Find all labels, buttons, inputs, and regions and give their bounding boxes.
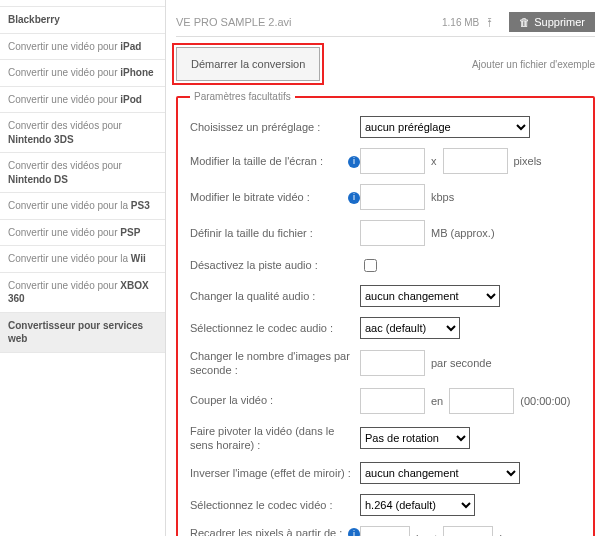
sidebar-item-wii[interactable]: Convertir une vidéo pour la Wii bbox=[0, 245, 165, 272]
sidebar-item-ipod[interactable]: Convertir une vidéo pour iPod bbox=[0, 86, 165, 113]
sidebar-item-3ds[interactable]: Convertir des vidéos pour Nintendo 3DS bbox=[0, 112, 165, 152]
sidebar-item-ipad[interactable]: Convertir une vidéo pour iPad bbox=[0, 33, 165, 60]
file-row: VE PRO SAMPLE 2.avi 1.16 MB⭱ 🗑Supprimer bbox=[176, 8, 595, 37]
filesize-input[interactable] bbox=[360, 220, 425, 246]
main-panel: VE PRO SAMPLE 2.avi 1.16 MB⭱ 🗑Supprimer … bbox=[166, 0, 605, 536]
sidebar-item-blackberry[interactable]: Blackberry bbox=[0, 6, 165, 33]
preset-select[interactable]: aucun préréglage bbox=[360, 116, 530, 138]
legend: Paramètres facultatifs bbox=[190, 91, 295, 102]
sidebar-item-web[interactable]: Convertisseur pour services web bbox=[0, 312, 165, 353]
info-icon[interactable]: i bbox=[348, 156, 360, 168]
width-input[interactable] bbox=[360, 148, 425, 174]
crop-top-input[interactable] bbox=[360, 526, 410, 536]
disable-audio-checkbox[interactable] bbox=[364, 259, 377, 272]
cut-start-input[interactable] bbox=[360, 388, 425, 414]
audio-quality-select[interactable]: aucun changement bbox=[360, 285, 500, 307]
sidebar-item-ps3[interactable]: Convertir une vidéo pour la PS3 bbox=[0, 192, 165, 219]
start-conversion-button[interactable]: Démarrer la conversion bbox=[176, 47, 320, 81]
audio-codec-select[interactable]: aac (default) bbox=[360, 317, 460, 339]
trash-icon: 🗑 bbox=[519, 16, 530, 28]
bitrate-input[interactable] bbox=[360, 184, 425, 210]
file-size: 1.16 MB⭱ bbox=[442, 17, 495, 28]
mirror-select[interactable]: aucun changement bbox=[360, 462, 520, 484]
crop-bottom-input[interactable] bbox=[443, 526, 493, 536]
rotate-select[interactable]: Pas de rotation bbox=[360, 427, 470, 449]
video-codec-select[interactable]: h.264 (default) bbox=[360, 494, 475, 516]
sidebar-item-iphone[interactable]: Convertir une vidéo pour iPhone bbox=[0, 59, 165, 86]
sidebar-item-xbox[interactable]: Convertir une vidéo pour XBOX 360 bbox=[0, 272, 165, 312]
info-icon[interactable]: i bbox=[348, 192, 360, 204]
fps-input[interactable] bbox=[360, 350, 425, 376]
sidebar: Blackberry Convertir une vidéo pour iPad… bbox=[0, 0, 166, 536]
file-name: VE PRO SAMPLE 2.avi bbox=[176, 16, 292, 28]
sidebar-item-ds[interactable]: Convertir des vidéos pour Nintendo DS bbox=[0, 152, 165, 192]
upload-icon: ⭱ bbox=[485, 17, 495, 28]
add-sample-link[interactable]: Ajouter un fichier d'exemple bbox=[472, 59, 595, 70]
cut-end-input[interactable] bbox=[449, 388, 514, 414]
optional-settings: Paramètres facultatifs Choisissez un pré… bbox=[176, 91, 595, 536]
delete-button[interactable]: 🗑Supprimer bbox=[509, 12, 595, 32]
sidebar-item-psp[interactable]: Convertir une vidéo pour PSP bbox=[0, 219, 165, 246]
info-icon[interactable]: i bbox=[348, 528, 360, 536]
height-input[interactable] bbox=[443, 148, 508, 174]
